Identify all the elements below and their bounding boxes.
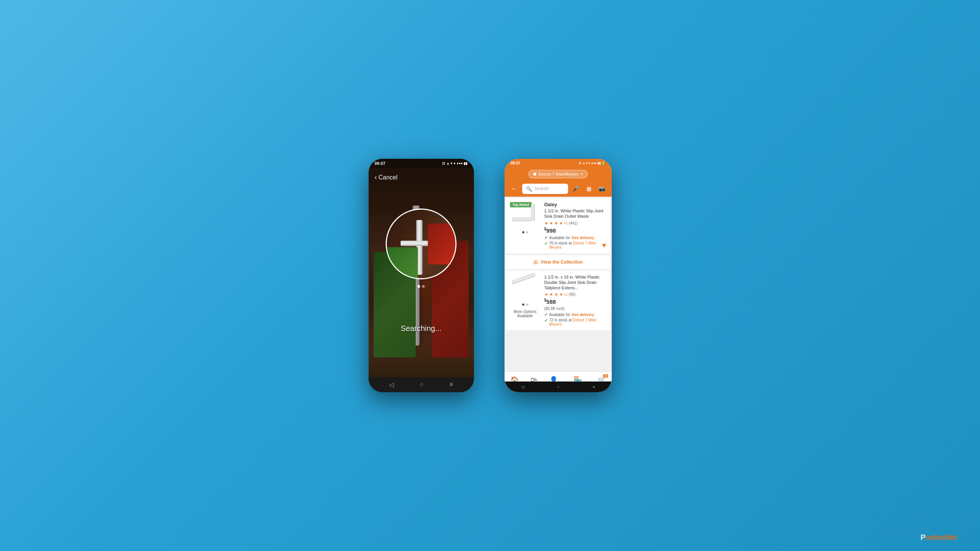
back-button-right[interactable]: ← xyxy=(508,184,520,194)
pipe-diagonal xyxy=(511,272,536,285)
pipe-vertical xyxy=(531,204,535,221)
microphone-button[interactable]: 🎤 xyxy=(570,183,582,194)
product-1-inner: Oatey 1-1/2 in. White Plastic Slip-Joint… xyxy=(510,202,606,249)
star-half: ½ xyxy=(564,221,568,225)
back-nav-icon[interactable]: ◁ xyxy=(389,381,394,388)
stock-count-2: 72 xyxy=(549,318,554,322)
check-icon-stock-1: ✔ xyxy=(544,241,548,246)
price-1: $998 xyxy=(544,227,606,234)
product-card-1: Top Rated xyxy=(506,198,610,253)
signal-icons: ⊡ ▲ ▾ ● ●●● ▮▮ xyxy=(442,161,467,165)
star-3: ★ xyxy=(554,221,558,226)
barcode-button[interactable]: ▦ xyxy=(583,183,595,194)
search-action-buttons: 🎤 ▦ 📷 xyxy=(570,183,608,194)
pipe-horizontal xyxy=(512,217,531,221)
camera-button[interactable]: 📷 xyxy=(596,183,608,194)
android-nav-left: ◁ ○ ≡ xyxy=(369,377,474,392)
time-left: 09:07 xyxy=(375,161,385,166)
check-icon-stock-2: ✔ xyxy=(544,318,548,323)
watermark-rest: cketlint xyxy=(930,533,957,541)
dot-p2-2 xyxy=(526,303,528,306)
collection-link: View the Collection xyxy=(541,259,583,265)
price-2: $588 xyxy=(544,298,606,305)
star-4: ★ xyxy=(559,221,563,226)
delivery-text-1: Available for xyxy=(549,236,570,240)
products-area: Top Rated xyxy=(505,197,612,380)
star2-3: ★ xyxy=(554,292,558,297)
rating-2: ★ ★ ★ ★ ½ (95) xyxy=(544,292,606,297)
star-1: ★ xyxy=(544,221,548,226)
home-nav-icon[interactable]: ○ xyxy=(420,381,423,388)
review-count-1: (441) xyxy=(569,221,578,225)
star2-4: ★ xyxy=(559,292,563,297)
phones-container: 09:07 ⊡ ▲ ▾ ● ●●● ▮▮ ‹ Cancel xyxy=(369,159,612,392)
viewfinder-content xyxy=(387,210,456,278)
product-1-image[interactable] xyxy=(511,202,539,229)
location-bar: Detroit 7 Mile/Meyers ▾ xyxy=(505,168,612,181)
free-delivery-link-1[interactable]: free delivery xyxy=(572,236,594,240)
android-home-right[interactable]: ○ xyxy=(557,385,560,389)
status-bar-left: 09:07 ⊡ ▲ ▾ ● ●●● ▮▮ xyxy=(369,159,474,168)
free-delivery-link-2[interactable]: free delivery xyxy=(572,313,594,317)
search-viewfinder xyxy=(386,209,457,279)
viewfinder-dots xyxy=(418,285,425,288)
more-options-text: More Options Available xyxy=(510,310,541,318)
status-icons-left: ⊡ ▲ ▾ ● ●●● ▮▮ xyxy=(442,161,467,165)
pipe-shape-2 xyxy=(512,277,539,298)
rating-1: ★ ★ ★ ★ ½ (441) xyxy=(544,221,606,226)
right-phone: 09:07 ⊡ ▲ ▾ ● ●●● ▮▮ 🔋 Detroit 7 Mile/Me… xyxy=(505,159,612,392)
chevron-down-icon: ▾ xyxy=(581,172,583,176)
circle-red-bg xyxy=(428,223,456,264)
review-count-2: (95) xyxy=(569,292,576,297)
circle-green-bg xyxy=(387,247,418,278)
wishlist-button-1[interactable]: ♥ xyxy=(602,241,606,249)
status-icons-right: ⊡ ▲ ▾ ● ●●● ▮▮ 🔋 xyxy=(579,161,606,165)
product-2-info: 1-1/2 in. x 16 in. White Plastic Double … xyxy=(544,274,606,327)
product-title-2[interactable]: 1-1/2 in. x 16 in. White Plastic Double … xyxy=(544,274,606,291)
product-2-dots xyxy=(522,303,528,306)
cart-badge: 30 xyxy=(603,374,608,378)
unit-price-2: ($5.88 /unit) xyxy=(544,306,606,311)
location-pill[interactable]: Detroit 7 Mile/Meyers ▾ xyxy=(528,170,588,178)
product-title-1[interactable]: 1-1/2 in. White Plastic Slip-Joint Sink … xyxy=(544,208,606,219)
product-1-image-area xyxy=(510,202,541,233)
stock-info-2: ✔ 72 in stock at Detroit 7 Mile/ Meyers xyxy=(544,318,606,326)
star-2: ★ xyxy=(549,221,553,226)
delivery-text-2: Available for xyxy=(549,313,570,317)
status-bar-right: 09:07 ⊡ ▲ ▾ ● ●●● ▮▮ 🔋 xyxy=(505,159,612,168)
star2-2: ★ xyxy=(549,292,553,297)
status-icons-symbols: ⊡ ▲ ▾ ● ●●● ▮▮ 🔋 xyxy=(579,161,606,165)
stock-info-1: ✔ 76 in stock at Detroit 7 Mile/ Meyers xyxy=(544,241,606,249)
product-2-image-area: More Options Available xyxy=(510,274,541,318)
product-1-dots xyxy=(522,231,528,233)
left-header: ‹ Cancel xyxy=(369,170,474,184)
search-placeholder-text: Search xyxy=(534,186,564,191)
location-dot-icon xyxy=(533,173,536,176)
cancel-button[interactable]: ‹ Cancel xyxy=(375,173,398,181)
delivery-info-2: ✔ Available for free delivery xyxy=(544,312,606,317)
android-nav-right: ◁ ○ ≡ xyxy=(505,381,612,392)
menu-nav-icon[interactable]: ≡ xyxy=(449,381,453,388)
left-phone: 09:07 ⊡ ▲ ▾ ● ●●● ▮▮ ‹ Cancel xyxy=(369,159,474,392)
search-input-container[interactable]: 🔍 Search xyxy=(522,184,568,194)
collection-grid-icon: ⊞ xyxy=(533,259,538,265)
view-collection-bar[interactable]: ⊞ View the Collection xyxy=(506,255,610,269)
stock-text-1: 76 in stock at Detroit 7 Mile/ Meyers xyxy=(549,241,606,249)
product-2-image[interactable] xyxy=(511,274,539,301)
stock-label-2: in stock at xyxy=(554,318,573,322)
dot-p1-2 xyxy=(526,231,528,233)
android-menu-right[interactable]: ≡ xyxy=(593,385,595,389)
brand-name-1: Oatey xyxy=(544,202,606,207)
watermark-highlight: o xyxy=(926,533,930,541)
location-label: Detroit 7 Mile/Meyers xyxy=(539,172,578,176)
dot-p1-1 xyxy=(522,231,524,233)
dot-1 xyxy=(418,285,420,288)
star2-half: ½ xyxy=(564,292,568,297)
searching-text: Searching... xyxy=(401,324,442,333)
stock-count-1: 76 xyxy=(549,241,554,245)
product-card-2: More Options Available 1-1/2 in. x 16 in… xyxy=(506,271,610,331)
android-back-right[interactable]: ◁ xyxy=(521,385,524,390)
search-magnify-icon: 🔍 xyxy=(526,186,532,192)
pocketlint-watermark: Pocketlint xyxy=(920,533,957,542)
stock-text-2: 72 in stock at Detroit 7 Mile/ Meyers xyxy=(549,318,606,326)
